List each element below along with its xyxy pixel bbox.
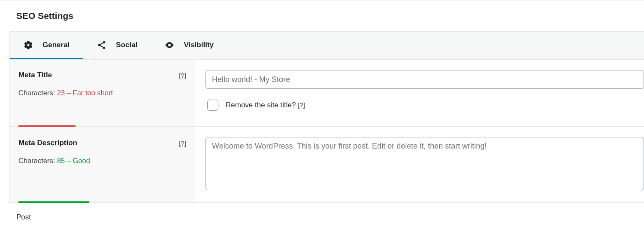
- meta-description-progress: [18, 202, 186, 202]
- svg-point-2: [103, 47, 105, 49]
- tab-visibility-label: Visibility: [184, 41, 214, 49]
- gear-icon: [24, 40, 33, 50]
- row-meta-description: Meta Description [?] Characters: 85 – Go…: [10, 127, 644, 202]
- share-icon: [97, 40, 106, 50]
- tab-general-label: General: [42, 41, 70, 49]
- meta-title-progress: [18, 126, 186, 126]
- svg-line-3: [100, 43, 103, 44]
- help-icon[interactable]: [?]: [179, 140, 186, 147]
- meta-description-char-count: Characters: 85 – Good: [18, 157, 186, 165]
- meta-title-char-count: Characters: 23 – Far too short: [18, 89, 186, 97]
- tab-visibility[interactable]: Visibility: [151, 32, 227, 59]
- svg-point-1: [103, 41, 105, 43]
- footer-label: Post: [0, 203, 644, 222]
- section-header: SEO Settings: [0, 0, 644, 31]
- tab-bar: General Social Visibility: [10, 32, 644, 60]
- char-prefix: Characters:: [18, 89, 57, 97]
- row-meta-title: Meta Title [?] Characters: 23 – Far too …: [10, 60, 644, 127]
- char-value: 23 – Far too short: [57, 89, 113, 97]
- tab-general[interactable]: General: [10, 32, 83, 59]
- meta-title-input[interactable]: [206, 70, 644, 89]
- meta-description-input[interactable]: [206, 137, 644, 190]
- help-icon[interactable]: [?]: [298, 101, 305, 109]
- meta-title-label: Meta Title: [18, 71, 52, 79]
- svg-point-0: [98, 44, 100, 46]
- page-title: SEO Settings: [16, 11, 634, 21]
- tab-social[interactable]: Social: [83, 32, 151, 59]
- tab-social-label: Social: [116, 41, 137, 49]
- seo-panel: General Social Visibility Meta Title: [9, 31, 644, 203]
- help-icon[interactable]: [?]: [179, 72, 186, 79]
- meta-description-label: Meta Description: [18, 139, 77, 147]
- char-prefix: Characters:: [18, 157, 57, 164]
- remove-site-title-label: Remove the site title? [?]: [226, 101, 305, 109]
- remove-site-title-checkbox[interactable]: [207, 100, 218, 111]
- svg-line-4: [100, 46, 103, 47]
- eye-icon: [165, 40, 174, 50]
- char-value: 85 – Good: [57, 157, 90, 164]
